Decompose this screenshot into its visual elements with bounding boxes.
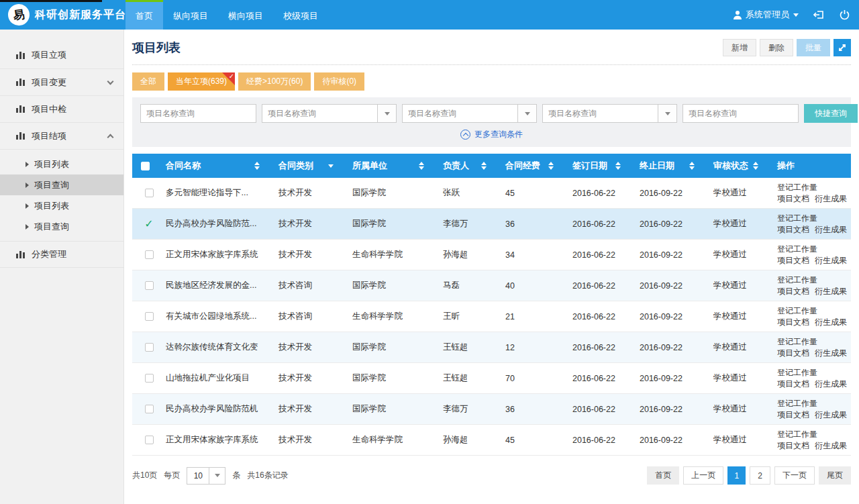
nav-tab-2[interactable]: 横向项目 — [218, 0, 273, 30]
op-register-workload-link[interactable]: 登记工作量 — [777, 367, 817, 379]
column-header-7[interactable]: 终止日期 — [631, 154, 705, 178]
filter-chip-1[interactable]: 当年立项(639)✓ — [168, 72, 235, 91]
page-button-1[interactable]: 上一页 — [683, 466, 723, 485]
op-register-workload-link[interactable]: 登记工作量 — [777, 398, 817, 409]
sidebar-item-3[interactable]: 项目结项 — [0, 122, 123, 149]
page-button-5[interactable]: 尾页 — [819, 466, 851, 485]
page-button-4[interactable]: 下一页 — [774, 466, 815, 485]
page-button-3[interactable]: 2 — [750, 466, 770, 485]
search-input-0[interactable] — [141, 105, 256, 122]
filter-chip-0[interactable]: 全部 — [132, 72, 164, 91]
row-checkbox[interactable] — [145, 281, 154, 290]
nav-tab-1[interactable]: 纵向项目 — [163, 0, 218, 30]
row-checkbox[interactable] — [145, 189, 154, 197]
batch-button[interactable]: 批量 — [797, 39, 830, 56]
leader-cell: 王昕 — [435, 301, 497, 332]
operations-cell: 登记工作量项目文档衍生成果 — [769, 240, 851, 270]
op-project-docs-link[interactable]: 项目文档 — [777, 224, 809, 236]
sidebar-item-1[interactable]: 项目变更 — [0, 68, 123, 95]
column-header-2[interactable]: 合同类别 — [270, 154, 344, 178]
filter-chip-3[interactable]: 待审核(0) — [314, 72, 364, 91]
sidebar-item-2[interactable]: 项目中检 — [0, 95, 123, 122]
check-icon[interactable]: ✓ — [144, 217, 153, 230]
filter-down-icon[interactable] — [328, 164, 334, 168]
sidebar-subitem-3-3[interactable]: 项目查询 — [0, 216, 123, 237]
row-checkbox[interactable] — [145, 405, 154, 413]
op-register-workload-link[interactable]: 登记工作量 — [777, 429, 817, 440]
search-select-1[interactable] — [262, 105, 377, 122]
delete-button[interactable]: 删除 — [760, 39, 793, 56]
resize-diagonal-icon[interactable] — [833, 39, 851, 56]
op-register-workload-link[interactable]: 登记工作量 — [777, 182, 817, 193]
sort-icon[interactable] — [419, 162, 424, 170]
row-checkbox[interactable] — [145, 436, 154, 444]
select-all-checkbox[interactable] — [141, 162, 150, 170]
power-icon[interactable] — [840, 9, 850, 20]
sidebar-item-label: 分类管理 — [32, 248, 66, 260]
column-header-1[interactable]: 合同名称 — [158, 154, 270, 178]
sidebar-item-0[interactable]: 项目立项 — [0, 42, 123, 68]
sort-icon[interactable] — [481, 162, 487, 170]
column-header-6[interactable]: 签订日期 — [564, 154, 631, 178]
user-menu[interactable]: 系统管理员 — [733, 9, 799, 21]
op-project-docs-link[interactable]: 项目文档 — [777, 348, 809, 359]
sidebar-item-4[interactable]: 分类管理 — [0, 241, 123, 268]
op-project-docs-link[interactable]: 项目文档 — [777, 440, 809, 452]
page-button-2[interactable]: 1 — [727, 466, 746, 485]
op-derived-results-link[interactable]: 衍生成果 — [815, 193, 847, 205]
op-derived-results-link[interactable]: 衍生成果 — [815, 317, 847, 328]
column-header-8[interactable]: 审核状态 — [705, 154, 769, 178]
row-checkbox[interactable] — [145, 374, 154, 383]
row-checkbox[interactable] — [145, 250, 154, 259]
op-derived-results-link[interactable]: 衍生成果 — [815, 224, 847, 236]
per-page-select[interactable]: 10 — [187, 467, 225, 485]
column-header-3[interactable]: 所属单位 — [344, 154, 435, 178]
op-project-docs-link[interactable]: 项目文档 — [777, 286, 809, 297]
filter-chip-2[interactable]: 经费>100万(60) — [238, 72, 311, 91]
op-register-workload-link[interactable]: 登记工作量 — [777, 274, 817, 286]
nav-tab-0[interactable]: 首页 — [125, 0, 163, 30]
sort-icon[interactable] — [689, 162, 695, 170]
nav-tab-3[interactable]: 校级项目 — [273, 0, 328, 30]
op-project-docs-link[interactable]: 项目文档 — [777, 255, 809, 266]
sort-icon[interactable] — [254, 162, 260, 170]
search-select-3[interactable] — [543, 105, 658, 122]
op-derived-results-link[interactable]: 衍生成果 — [815, 379, 847, 390]
quick-search-button[interactable]: 快捷查询 — [804, 104, 858, 123]
op-project-docs-link[interactable]: 项目文档 — [777, 317, 809, 328]
sidebar-subitem-3-1[interactable]: 项目查询 — [0, 174, 123, 195]
op-project-docs-link[interactable]: 项目文档 — [777, 193, 809, 205]
op-register-workload-link[interactable]: 登记工作量 — [777, 336, 817, 348]
sidebar-subitem-3-0[interactable]: 项目列表 — [0, 154, 123, 174]
search-field-0 — [140, 104, 256, 123]
table-body: 多元智能理论指导下...技术开发国际学院张跃452016-06-222016-0… — [132, 178, 851, 456]
page-button-0[interactable]: 首页 — [647, 466, 679, 485]
sort-icon[interactable] — [753, 162, 758, 170]
op-derived-results-link[interactable]: 衍生成果 — [815, 409, 847, 421]
op-project-docs-link[interactable]: 项目文档 — [777, 409, 809, 421]
op-derived-results-link[interactable]: 衍生成果 — [815, 255, 847, 266]
column-header-5[interactable]: 合同经费 — [497, 154, 564, 178]
sidebar-subitem-label: 项目列表 — [34, 158, 69, 170]
add-button[interactable]: 新增 — [723, 39, 756, 56]
chevron-down-icon[interactable] — [658, 105, 676, 122]
more-filters-link[interactable]: 更多查询条件 — [140, 123, 843, 143]
row-checkbox[interactable] — [145, 312, 154, 321]
op-register-workload-link[interactable]: 登记工作量 — [777, 305, 817, 317]
row-checkbox[interactable] — [145, 343, 154, 352]
sidebar-subitem-3-2[interactable]: 项目列表 — [0, 195, 123, 216]
search-input-4[interactable] — [683, 105, 798, 122]
op-derived-results-link[interactable]: 衍生成果 — [815, 440, 847, 452]
logout-icon[interactable] — [813, 9, 825, 20]
chevron-down-icon[interactable] — [517, 105, 536, 122]
sort-icon[interactable] — [548, 162, 554, 170]
column-header-4[interactable]: 负责人 — [435, 154, 497, 178]
op-derived-results-link[interactable]: 衍生成果 — [815, 348, 847, 359]
op-register-workload-link[interactable]: 登记工作量 — [777, 244, 817, 255]
op-project-docs-link[interactable]: 项目文档 — [777, 379, 809, 390]
sort-icon[interactable] — [615, 162, 621, 170]
search-select-2[interactable] — [403, 105, 517, 122]
op-derived-results-link[interactable]: 衍生成果 — [815, 286, 847, 297]
op-register-workload-link[interactable]: 登记工作量 — [777, 213, 817, 224]
chevron-down-icon[interactable] — [377, 105, 396, 122]
